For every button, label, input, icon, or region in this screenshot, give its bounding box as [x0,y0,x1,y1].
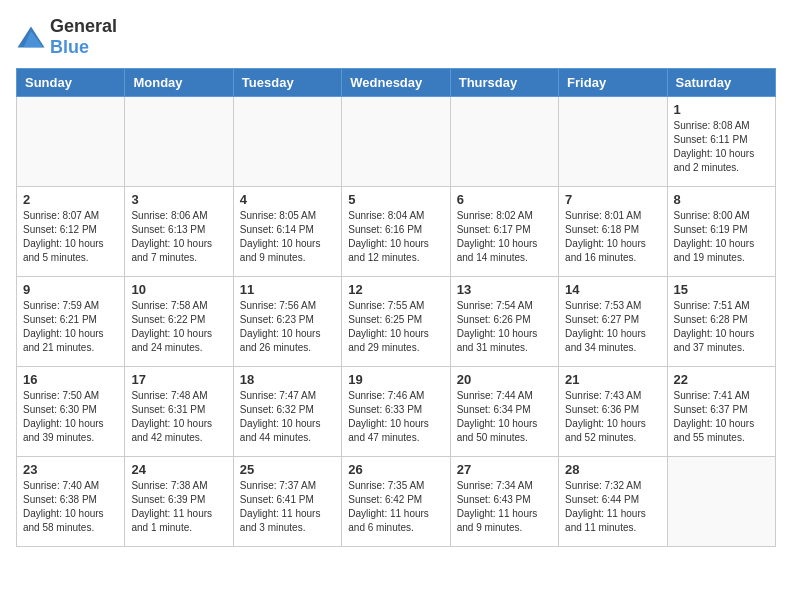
header-wednesday: Wednesday [342,69,450,97]
day-info: Sunrise: 7:56 AM Sunset: 6:23 PM Dayligh… [240,299,335,355]
day-number: 25 [240,462,335,477]
calendar-day-15: 15Sunrise: 7:51 AM Sunset: 6:28 PM Dayli… [667,277,775,367]
day-info: Sunrise: 7:40 AM Sunset: 6:38 PM Dayligh… [23,479,118,535]
header-sunday: Sunday [17,69,125,97]
logo-general: General [50,16,117,36]
day-number: 11 [240,282,335,297]
day-number: 4 [240,192,335,207]
calendar-day-3: 3Sunrise: 8:06 AM Sunset: 6:13 PM Daylig… [125,187,233,277]
day-info: Sunrise: 7:59 AM Sunset: 6:21 PM Dayligh… [23,299,118,355]
day-number: 13 [457,282,552,297]
day-info: Sunrise: 7:46 AM Sunset: 6:33 PM Dayligh… [348,389,443,445]
day-info: Sunrise: 7:54 AM Sunset: 6:26 PM Dayligh… [457,299,552,355]
day-info: Sunrise: 7:43 AM Sunset: 6:36 PM Dayligh… [565,389,660,445]
day-info: Sunrise: 7:35 AM Sunset: 6:42 PM Dayligh… [348,479,443,535]
day-number: 9 [23,282,118,297]
day-number: 18 [240,372,335,387]
logo-blue: Blue [50,37,89,57]
logo-icon [16,25,46,49]
day-info: Sunrise: 7:50 AM Sunset: 6:30 PM Dayligh… [23,389,118,445]
calendar-header-row: SundayMondayTuesdayWednesdayThursdayFrid… [17,69,776,97]
calendar-day-7: 7Sunrise: 8:01 AM Sunset: 6:18 PM Daylig… [559,187,667,277]
day-info: Sunrise: 8:06 AM Sunset: 6:13 PM Dayligh… [131,209,226,265]
day-number: 16 [23,372,118,387]
calendar-day-empty [342,97,450,187]
day-number: 6 [457,192,552,207]
day-number: 20 [457,372,552,387]
calendar-day-2: 2Sunrise: 8:07 AM Sunset: 6:12 PM Daylig… [17,187,125,277]
calendar-day-24: 24Sunrise: 7:38 AM Sunset: 6:39 PM Dayli… [125,457,233,547]
calendar-day-5: 5Sunrise: 8:04 AM Sunset: 6:16 PM Daylig… [342,187,450,277]
calendar-day-13: 13Sunrise: 7:54 AM Sunset: 6:26 PM Dayli… [450,277,558,367]
calendar-day-19: 19Sunrise: 7:46 AM Sunset: 6:33 PM Dayli… [342,367,450,457]
day-info: Sunrise: 7:53 AM Sunset: 6:27 PM Dayligh… [565,299,660,355]
calendar-week-5: 23Sunrise: 7:40 AM Sunset: 6:38 PM Dayli… [17,457,776,547]
header-friday: Friday [559,69,667,97]
day-number: 8 [674,192,769,207]
calendar-day-28: 28Sunrise: 7:32 AM Sunset: 6:44 PM Dayli… [559,457,667,547]
day-info: Sunrise: 8:07 AM Sunset: 6:12 PM Dayligh… [23,209,118,265]
calendar-day-empty [450,97,558,187]
day-number: 24 [131,462,226,477]
day-info: Sunrise: 8:08 AM Sunset: 6:11 PM Dayligh… [674,119,769,175]
day-info: Sunrise: 8:05 AM Sunset: 6:14 PM Dayligh… [240,209,335,265]
day-info: Sunrise: 8:01 AM Sunset: 6:18 PM Dayligh… [565,209,660,265]
day-number: 2 [23,192,118,207]
logo: General Blue [16,16,117,58]
calendar-week-1: 1Sunrise: 8:08 AM Sunset: 6:11 PM Daylig… [17,97,776,187]
calendar-day-1: 1Sunrise: 8:08 AM Sunset: 6:11 PM Daylig… [667,97,775,187]
calendar-day-25: 25Sunrise: 7:37 AM Sunset: 6:41 PM Dayli… [233,457,341,547]
calendar-day-20: 20Sunrise: 7:44 AM Sunset: 6:34 PM Dayli… [450,367,558,457]
day-info: Sunrise: 7:32 AM Sunset: 6:44 PM Dayligh… [565,479,660,535]
day-number: 21 [565,372,660,387]
day-info: Sunrise: 7:47 AM Sunset: 6:32 PM Dayligh… [240,389,335,445]
day-info: Sunrise: 7:55 AM Sunset: 6:25 PM Dayligh… [348,299,443,355]
day-number: 23 [23,462,118,477]
header-tuesday: Tuesday [233,69,341,97]
calendar-day-22: 22Sunrise: 7:41 AM Sunset: 6:37 PM Dayli… [667,367,775,457]
calendar-day-12: 12Sunrise: 7:55 AM Sunset: 6:25 PM Dayli… [342,277,450,367]
day-info: Sunrise: 7:34 AM Sunset: 6:43 PM Dayligh… [457,479,552,535]
day-info: Sunrise: 7:41 AM Sunset: 6:37 PM Dayligh… [674,389,769,445]
day-number: 7 [565,192,660,207]
day-info: Sunrise: 7:44 AM Sunset: 6:34 PM Dayligh… [457,389,552,445]
calendar-day-9: 9Sunrise: 7:59 AM Sunset: 6:21 PM Daylig… [17,277,125,367]
calendar-day-14: 14Sunrise: 7:53 AM Sunset: 6:27 PM Dayli… [559,277,667,367]
calendar-week-2: 2Sunrise: 8:07 AM Sunset: 6:12 PM Daylig… [17,187,776,277]
day-number: 3 [131,192,226,207]
calendar-day-11: 11Sunrise: 7:56 AM Sunset: 6:23 PM Dayli… [233,277,341,367]
page-header: General Blue [16,16,776,58]
day-number: 15 [674,282,769,297]
logo-text: General Blue [50,16,117,58]
day-number: 14 [565,282,660,297]
day-number: 10 [131,282,226,297]
calendar-day-10: 10Sunrise: 7:58 AM Sunset: 6:22 PM Dayli… [125,277,233,367]
calendar-week-3: 9Sunrise: 7:59 AM Sunset: 6:21 PM Daylig… [17,277,776,367]
calendar-day-27: 27Sunrise: 7:34 AM Sunset: 6:43 PM Dayli… [450,457,558,547]
day-number: 26 [348,462,443,477]
calendar-day-empty [559,97,667,187]
calendar-day-empty [233,97,341,187]
calendar-day-6: 6Sunrise: 8:02 AM Sunset: 6:17 PM Daylig… [450,187,558,277]
calendar-day-empty [667,457,775,547]
calendar-day-empty [17,97,125,187]
calendar-day-17: 17Sunrise: 7:48 AM Sunset: 6:31 PM Dayli… [125,367,233,457]
header-monday: Monday [125,69,233,97]
calendar-day-4: 4Sunrise: 8:05 AM Sunset: 6:14 PM Daylig… [233,187,341,277]
calendar-day-16: 16Sunrise: 7:50 AM Sunset: 6:30 PM Dayli… [17,367,125,457]
calendar-day-18: 18Sunrise: 7:47 AM Sunset: 6:32 PM Dayli… [233,367,341,457]
day-info: Sunrise: 7:58 AM Sunset: 6:22 PM Dayligh… [131,299,226,355]
calendar-day-23: 23Sunrise: 7:40 AM Sunset: 6:38 PM Dayli… [17,457,125,547]
day-number: 17 [131,372,226,387]
day-info: Sunrise: 7:38 AM Sunset: 6:39 PM Dayligh… [131,479,226,535]
calendar-day-26: 26Sunrise: 7:35 AM Sunset: 6:42 PM Dayli… [342,457,450,547]
day-info: Sunrise: 7:37 AM Sunset: 6:41 PM Dayligh… [240,479,335,535]
day-number: 22 [674,372,769,387]
day-info: Sunrise: 8:04 AM Sunset: 6:16 PM Dayligh… [348,209,443,265]
day-info: Sunrise: 7:48 AM Sunset: 6:31 PM Dayligh… [131,389,226,445]
day-number: 12 [348,282,443,297]
day-number: 19 [348,372,443,387]
calendar-week-4: 16Sunrise: 7:50 AM Sunset: 6:30 PM Dayli… [17,367,776,457]
day-number: 1 [674,102,769,117]
calendar-table: SundayMondayTuesdayWednesdayThursdayFrid… [16,68,776,547]
